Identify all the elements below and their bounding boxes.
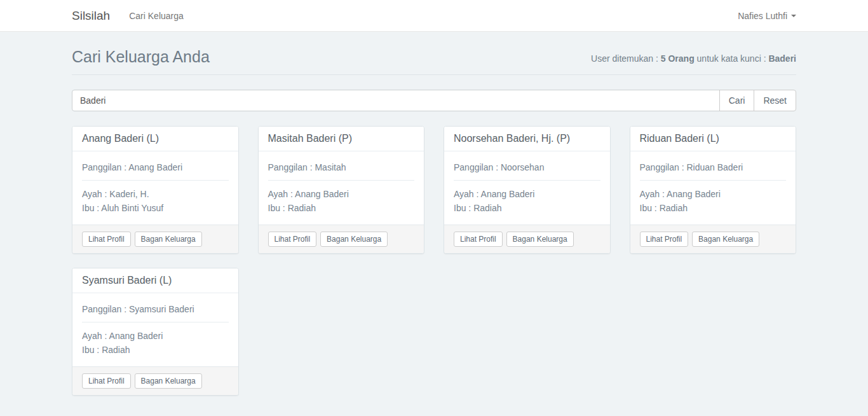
person-card: Noorsehan Baderi, Hj. (P) Panggilan : No…: [444, 126, 611, 254]
card-divider: [82, 180, 229, 181]
person-card: Syamsuri Baderi (L) Panggilan : Syamsuri…: [72, 268, 239, 396]
card-mother: Ibu : Radiah: [640, 201, 787, 215]
card-father: Ayah : Kaderi, H.: [82, 187, 229, 201]
card-title: Noorsehan Baderi, Hj. (P): [444, 127, 610, 151]
bagan-keluarga-button[interactable]: Bagan Keluarga: [135, 232, 202, 247]
main-content: Cari Keluarga Anda User ditemukan : 5 Or…: [62, 47, 806, 410]
card-title: Syamsuri Baderi (L): [72, 268, 238, 293]
nav-item-cari-keluarga[interactable]: Cari Keluarga: [129, 11, 184, 21]
page-header: Cari Keluarga Anda User ditemukan : 5 Or…: [72, 47, 796, 75]
navbar: Silsilah Cari Keluarga Nafies Luthfi: [0, 0, 868, 32]
reset-button[interactable]: Reset: [754, 90, 796, 111]
card-father: Ayah : Anang Baderi: [454, 187, 600, 201]
page-title: Cari Keluarga Anda: [72, 47, 210, 67]
card-mother: Ibu : Radiah: [268, 201, 415, 215]
bagan-keluarga-button[interactable]: Bagan Keluarga: [135, 373, 202, 389]
card-divider: [268, 180, 415, 181]
card-column: Anang Baderi (L) Panggilan : Anang Bader…: [62, 126, 248, 254]
card-footer: Lihat Profil Bagan Keluarga: [259, 225, 424, 253]
card-nickname: Panggilan : Riduan Baderi: [640, 161, 787, 174]
card-title: Riduan Baderi (L): [630, 127, 796, 151]
person-card: Masitah Baderi (P) Panggilan : Masitah A…: [258, 126, 425, 254]
search-input[interactable]: [72, 90, 720, 111]
lihat-profil-button[interactable]: Lihat Profil: [454, 232, 503, 247]
card-column: Riduan Baderi (L) Panggilan : Riduan Bad…: [620, 126, 806, 254]
card-title: Anang Baderi (L): [72, 127, 238, 151]
user-menu-label: Nafies Luthfi: [738, 11, 787, 21]
card-nickname: Panggilan : Noorsehan: [454, 161, 600, 174]
bagan-keluarga-button[interactable]: Bagan Keluarga: [692, 232, 759, 247]
card-nickname: Panggilan : Syamsuri Baderi: [82, 303, 229, 315]
lihat-profil-button[interactable]: Lihat Profil: [640, 232, 689, 247]
card-body: Panggilan : Anang Baderi Ayah : Kaderi, …: [72, 151, 238, 225]
card-body: Panggilan : Riduan Baderi Ayah : Anang B…: [630, 151, 796, 225]
card-mother: Ibu : Radiah: [82, 343, 229, 357]
search-form: Cari Reset: [72, 90, 796, 111]
card-nickname: Panggilan : Anang Baderi: [82, 161, 229, 174]
bagan-keluarga-button[interactable]: Bagan Keluarga: [320, 232, 388, 247]
card-body: Panggilan : Noorsehan Ayah : Anang Bader…: [444, 151, 610, 225]
navbar-brand[interactable]: Silsilah: [72, 9, 110, 23]
lihat-profil-button[interactable]: Lihat Profil: [82, 373, 131, 389]
card-title: Masitah Baderi (P): [259, 127, 424, 151]
card-footer: Lihat Profil Bagan Keluarga: [630, 225, 796, 253]
card-father: Ayah : Anang Baderi: [640, 187, 787, 201]
cari-button[interactable]: Cari: [719, 90, 755, 111]
card-divider: [454, 180, 600, 181]
card-column: Masitah Baderi (P) Panggilan : Masitah A…: [248, 126, 435, 254]
cards-grid: Anang Baderi (L) Panggilan : Anang Bader…: [62, 126, 806, 410]
card-mother: Ibu : Aluh Binti Yusuf: [82, 201, 229, 215]
card-column: Noorsehan Baderi, Hj. (P) Panggilan : No…: [434, 126, 620, 254]
card-footer: Lihat Profil Bagan Keluarga: [444, 225, 610, 253]
card-column: Syamsuri Baderi (L) Panggilan : Syamsuri…: [62, 268, 248, 396]
card-footer: Lihat Profil Bagan Keluarga: [72, 225, 238, 253]
card-divider: [640, 180, 787, 181]
caret-down-icon: [791, 15, 796, 17]
result-count: 5 Orang: [661, 53, 695, 64]
result-summary: User ditemukan : 5 Orang untuk kata kunc…: [591, 53, 796, 67]
card-body: Panggilan : Masitah Ayah : Anang Baderi …: [259, 151, 424, 225]
card-mother: Ibu : Radiah: [454, 201, 600, 215]
card-footer: Lihat Profil Bagan Keluarga: [72, 366, 238, 395]
card-father: Ayah : Anang Baderi: [82, 329, 229, 343]
card-body: Panggilan : Syamsuri Baderi Ayah : Anang…: [72, 293, 238, 366]
result-keyword: Baderi: [768, 53, 796, 64]
result-summary-middle: untuk kata kunci :: [695, 53, 769, 64]
result-summary-prefix: User ditemukan :: [591, 53, 661, 64]
card-nickname: Panggilan : Masitah: [268, 161, 415, 174]
card-divider: [82, 322, 229, 322]
lihat-profil-button[interactable]: Lihat Profil: [268, 232, 317, 247]
person-card: Anang Baderi (L) Panggilan : Anang Bader…: [72, 126, 239, 254]
person-card: Riduan Baderi (L) Panggilan : Riduan Bad…: [630, 126, 797, 254]
bagan-keluarga-button[interactable]: Bagan Keluarga: [506, 232, 574, 247]
card-father: Ayah : Anang Baderi: [268, 187, 415, 201]
user-menu-dropdown[interactable]: Nafies Luthfi: [738, 11, 796, 21]
lihat-profil-button[interactable]: Lihat Profil: [82, 232, 131, 247]
